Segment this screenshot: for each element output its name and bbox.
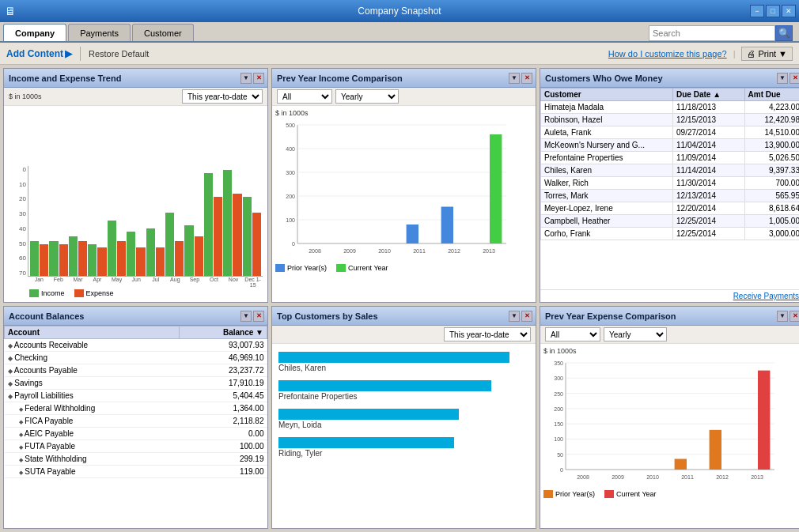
table-row[interactable]: ◆ Accounts Payable23,237.72 <box>5 364 267 377</box>
panel-collapse-btn-3[interactable]: ▼ <box>777 73 788 84</box>
close-button[interactable]: ✕ <box>782 5 796 17</box>
panel-collapse-btn-4[interactable]: ▼ <box>240 311 252 322</box>
bar-group <box>146 228 165 276</box>
print-button[interactable]: 🖨 Print ▼ <box>741 47 793 61</box>
table-row[interactable]: ◆ FICA Payable2,118.82 <box>5 415 267 428</box>
panel-collapse-btn-2[interactable]: ▼ <box>509 73 520 84</box>
toolbar-separator <box>80 47 81 61</box>
customers-owe-panel: Customers Who Owe Money ▼ ✕ Customer Due… <box>540 68 799 303</box>
pye-period-select[interactable]: Yearly <box>604 327 667 341</box>
table-row[interactable]: Himateja Madala11/18/20134,223.00 <box>541 101 800 114</box>
svg-text:300: 300 <box>286 170 295 175</box>
table-row[interactable]: McKeown's Nursery and G...11/04/201413,9… <box>541 139 800 152</box>
panel-close-btn-5[interactable]: ✕ <box>521 311 532 322</box>
col-amt-due: Amt Due <box>744 89 799 101</box>
customers-owe-table-scroll[interactable]: Customer Due Date ▲ Amt Due Himateja Mad… <box>540 88 799 289</box>
table-row[interactable]: ◆ FUTA Payable100.00 <box>5 440 267 453</box>
bar-group <box>108 221 126 276</box>
panel-close-btn-3[interactable]: ✕ <box>790 73 799 84</box>
panel-close-btn-4[interactable]: ✕ <box>253 311 264 322</box>
table-row[interactable]: ◆ Checking46,969.10 <box>5 352 267 364</box>
prev-year-expense-chart: $ in 1000s 05010015020025030035020082009… <box>540 344 799 528</box>
prev-year-expense-toolbar: All Yearly <box>540 326 799 344</box>
bar-group <box>204 173 222 276</box>
bar-group <box>165 213 184 276</box>
table-row[interactable]: Walker, Rich11/30/2014700.00 <box>541 177 800 190</box>
panel-close-btn-2[interactable]: ✕ <box>521 73 532 84</box>
top-customer-row[interactable]: Riding, Tyler <box>278 437 529 458</box>
bar-group <box>184 225 203 276</box>
print-dropdown-icon: ▼ <box>778 49 787 58</box>
table-row[interactable]: ◆ AEIC Payable0.00 <box>5 428 267 440</box>
table-row[interactable]: ◆ Accounts Receivable93,007.93 <box>5 339 267 352</box>
account-balances-table: Account Balance ▼ ◆ Accounts Receivable9… <box>4 326 267 478</box>
income-expense-period-select[interactable]: This year-to-date This fiscal year Last … <box>182 89 263 104</box>
top-customer-row[interactable]: Meyn, Loida <box>278 409 529 429</box>
pye-filter-select[interactable]: All <box>545 327 600 341</box>
panel-controls-3: ▼ ✕ <box>777 73 799 84</box>
svg-text:2010: 2010 <box>378 248 391 254</box>
customize-link[interactable]: How do I customize this page? <box>608 49 727 58</box>
receive-payments-link[interactable]: Receive Payments <box>540 289 799 302</box>
svg-text:2011: 2011 <box>681 474 694 480</box>
table-row[interactable]: ◆ SUTA Payable119.00 <box>5 466 267 478</box>
table-row[interactable]: Corho, Frank12/25/20143,000.00 <box>541 228 800 240</box>
bar-group <box>223 170 241 276</box>
panel-collapse-btn-5[interactable]: ▼ <box>509 311 520 322</box>
panel-collapse-btn[interactable]: ▼ <box>240 73 252 84</box>
restore-default-link[interactable]: Restore Default <box>89 49 149 58</box>
table-row[interactable]: ◆ State Withholding299.19 <box>5 453 267 466</box>
x-labels: JanFebMarAprMayJunJulAugSepOctNovDec 1-1… <box>29 277 263 288</box>
income-expense-panel: Income and Expense Trend ▼ ✕ $ in 1000s … <box>3 68 268 303</box>
tab-payments[interactable]: Payments <box>68 24 131 41</box>
search-area: 🔍 <box>649 25 793 41</box>
table-row[interactable]: Robinson, Hazel12/15/201312,420.98 <box>541 114 800 126</box>
window-icon: 🖥 <box>5 5 16 17</box>
svg-rect-18 <box>441 207 453 244</box>
panel-close-btn-6[interactable]: ✕ <box>790 311 799 322</box>
prev-year-income-chart: $ in 1000s 01002003004005002008200920102… <box>272 106 536 302</box>
table-row[interactable]: Chiles, Karen11/14/20149,397.33 <box>541 164 800 177</box>
table-row[interactable]: ◆ Savings17,910.19 <box>5 377 267 390</box>
svg-text:2009: 2009 <box>343 248 356 254</box>
table-row[interactable]: Auleta, Frank09/27/201414,510.00 <box>541 126 800 139</box>
prev-year-expense-panel: Prev Year Expense Comparison ▼ ✕ All Yea… <box>540 306 799 529</box>
table-row[interactable]: Meyer-Lopez, Irene12/20/20148,618.64 <box>541 202 800 215</box>
svg-text:500: 500 <box>286 123 295 128</box>
account-balances-scroll[interactable]: Account Balance ▼ ◆ Accounts Receivable9… <box>4 326 267 528</box>
panel-collapse-btn-6[interactable]: ▼ <box>777 311 788 322</box>
top-customer-row[interactable]: Prefontaine Properties <box>278 380 529 401</box>
printer-icon: 🖨 <box>747 49 755 58</box>
panel-controls-2: ▼ ✕ <box>509 73 532 84</box>
toolbar-separator-2: | <box>733 49 736 58</box>
top-customers-list: Chiles, Karen Prefontaine Properties Mey… <box>272 344 536 528</box>
panel-controls: ▼ ✕ <box>240 73 264 84</box>
bar-group <box>49 241 67 276</box>
top-customer-row[interactable]: Chiles, Karen <box>278 352 529 372</box>
table-row[interactable]: Campbell, Heather12/25/20141,005.00 <box>541 215 800 228</box>
panel-controls-5: ▼ ✕ <box>509 311 532 322</box>
minimize-button[interactable]: − <box>750 5 764 17</box>
maximize-button[interactable]: □ <box>766 5 780 17</box>
add-content-button[interactable]: Add Content ▶ <box>6 48 72 59</box>
bar-group <box>30 241 48 276</box>
bars-area <box>28 166 263 277</box>
svg-text:100: 100 <box>286 217 295 223</box>
svg-text:400: 400 <box>286 146 295 152</box>
top-customers-period-select[interactable]: This year-to-date <box>444 327 531 341</box>
tab-company[interactable]: Company <box>3 24 66 41</box>
table-row[interactable]: ◆ Federal Withholding1,364.00 <box>5 402 267 415</box>
pyi-period-select[interactable]: Yearly <box>335 89 399 104</box>
top-customers-panel: Top Customers by Sales ▼ ✕ This year-to-… <box>271 306 536 529</box>
prev-year-income-header: Prev Year Income Comparison ▼ ✕ <box>272 69 536 88</box>
pyi-filter-select[interactable]: All <box>277 89 332 104</box>
table-row[interactable]: Torres, Mark12/13/2014565.95 <box>541 190 800 202</box>
col-customer: Customer <box>541 89 673 101</box>
search-button[interactable]: 🔍 <box>775 25 793 41</box>
prev-year-income-panel: Prev Year Income Comparison ▼ ✕ All Year… <box>271 68 536 303</box>
table-row[interactable]: Prefontaine Properties11/09/20145,026.50 <box>541 152 800 164</box>
tab-customer[interactable]: Customer <box>132 24 194 41</box>
panel-close-btn[interactable]: ✕ <box>253 73 264 84</box>
search-input[interactable] <box>649 25 775 41</box>
table-row[interactable]: ◆ Payroll Liabilities5,404.45 <box>5 390 267 402</box>
